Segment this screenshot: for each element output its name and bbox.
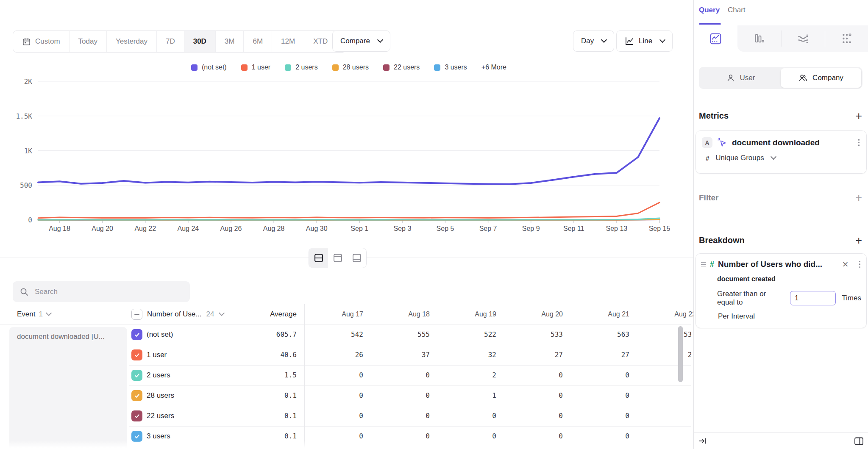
cell-value: 0	[637, 426, 691, 446]
search-box	[13, 281, 190, 302]
cell-value: 27	[570, 345, 629, 365]
add-breakdown-button[interactable]: +	[855, 236, 862, 245]
breakdown-title: Breakdown	[699, 236, 745, 245]
table-vertical-scrollbar[interactable]	[678, 326, 683, 382]
check-icon	[134, 352, 140, 358]
cell-value: 522	[437, 324, 496, 345]
aggregation-label: Unique Groups	[715, 154, 764, 162]
cell-value: 0	[504, 365, 563, 385]
flow-chart-tab[interactable]	[781, 25, 825, 52]
check-icon	[134, 393, 140, 399]
tab-query[interactable]: Query	[699, 6, 720, 14]
svg-text:Aug 20: Aug 20	[92, 225, 113, 232]
average-value: 605.7	[237, 324, 297, 345]
row-separator	[129, 365, 691, 366]
cell-value: 0	[570, 365, 629, 385]
close-icon[interactable]: ×	[842, 261, 848, 268]
cell-value: 0	[504, 426, 563, 446]
cell-value: 0	[570, 426, 629, 446]
row-separator	[129, 406, 691, 406]
average-value: 0.1	[237, 406, 297, 426]
funnel-dots-tab[interactable]	[825, 25, 868, 52]
cell-value: 0	[437, 406, 496, 426]
cell-value: 27	[504, 345, 563, 365]
series-label: 2 users	[147, 365, 170, 385]
average-value: 0.1	[237, 385, 297, 406]
series-label: 22 users	[147, 406, 174, 426]
series-checkbox[interactable]	[131, 390, 142, 401]
cell-value: 2	[437, 365, 496, 385]
cell-value: 542	[304, 324, 363, 345]
split-view-button[interactable]	[309, 248, 328, 268]
svg-text:Sep 9: Sep 9	[522, 225, 540, 232]
top-panel-view-button[interactable]	[328, 248, 347, 268]
table-header: Event 1 Number of Use... 24 Average Aug …	[0, 304, 691, 324]
series-checkbox[interactable]	[131, 329, 142, 340]
table-row: 28 users0.1001000	[0, 385, 691, 406]
svg-text:Aug 26: Aug 26	[220, 225, 242, 232]
main-content: CustomTodayYesterday7D30D3M6M12MXTD Comp…	[0, 0, 693, 449]
cell-value: 0	[304, 385, 363, 406]
event-header-label: Event	[17, 310, 35, 319]
series-checkbox[interactable]	[131, 370, 142, 381]
filter-title: Filter	[699, 193, 718, 202]
series-checkbox[interactable]	[131, 431, 142, 442]
series-column-header: Number of Use... 24	[131, 304, 224, 324]
cell-value: 555	[370, 324, 430, 345]
bottom-panel-view-button[interactable]	[347, 248, 366, 268]
series-checkbox[interactable]	[131, 349, 142, 360]
entity-option-company[interactable]: Company	[781, 68, 861, 88]
cell-value: 0	[637, 406, 691, 426]
svg-text:Aug 24: Aug 24	[178, 225, 199, 232]
metric-kebab-menu[interactable]	[857, 138, 861, 147]
entity-option-user[interactable]: User	[700, 68, 781, 88]
entity-toggle: User Company	[699, 67, 862, 89]
search-input[interactable]	[34, 287, 183, 297]
cell-value: 0	[437, 426, 496, 446]
entity-option-label: Company	[812, 74, 843, 82]
event-column-header[interactable]: Event 1	[17, 304, 51, 324]
collapse-panel-icon[interactable]	[698, 436, 707, 446]
column-divider	[304, 304, 305, 449]
tab-chart[interactable]: Chart	[728, 6, 746, 14]
metric-aggregation[interactable]: # Unique Groups	[706, 154, 860, 162]
average-value: 40.6	[237, 345, 297, 365]
svg-text:Sep 1: Sep 1	[351, 225, 368, 232]
times-unit-label: Times	[842, 294, 861, 302]
svg-text:Sep 5: Sep 5	[437, 225, 454, 232]
line-chart-tab[interactable]	[694, 25, 737, 52]
date-column-header: Aug 19	[437, 304, 496, 324]
layout-toggle	[309, 248, 367, 268]
date-column-header: Aug 18	[370, 304, 430, 324]
breakdown-card[interactable]: # Number of Users who did... × document …	[696, 253, 867, 328]
series-label: 1 user	[147, 345, 167, 365]
drag-handle-icon[interactable]	[701, 262, 706, 267]
svg-text:500: 500	[20, 181, 32, 189]
search-icon	[19, 287, 29, 297]
event-count: 1	[39, 310, 42, 319]
cell-value: 0	[370, 385, 430, 406]
svg-text:Sep 15: Sep 15	[649, 225, 670, 232]
chevron-down-icon	[771, 154, 776, 160]
add-metric-button[interactable]: +	[855, 112, 862, 120]
add-filter-button[interactable]: +	[855, 194, 862, 202]
hash-icon: #	[706, 155, 709, 162]
property-hash-icon: #	[710, 260, 714, 269]
per-interval-label: Per Interval	[718, 312, 861, 321]
cell-value: 0	[504, 406, 563, 426]
breakdown-kebab-menu[interactable]	[858, 260, 862, 269]
times-value-input[interactable]	[790, 291, 836, 305]
svg-text:Aug 30: Aug 30	[306, 225, 328, 232]
select-all-checkbox[interactable]	[131, 309, 142, 320]
panel-layout-icon[interactable]	[854, 436, 864, 446]
cell-value: 0	[370, 426, 430, 446]
chevron-down-icon	[46, 310, 52, 316]
bar-chart-tab[interactable]	[737, 25, 781, 52]
line-chart: 05001K1.5K2KAug 18Aug 20Aug 22Aug 24Aug …	[0, 0, 693, 237]
svg-text:Sep 3: Sep 3	[393, 225, 411, 232]
cell-value: 533	[504, 324, 563, 345]
breakdown-table-body: (not set)605.75425555225335635361 user40…	[0, 324, 691, 449]
metric-card[interactable]: A document downloaded # Unique Groups	[696, 130, 867, 174]
cell-value: 37	[370, 345, 430, 365]
series-checkbox[interactable]	[131, 410, 142, 421]
